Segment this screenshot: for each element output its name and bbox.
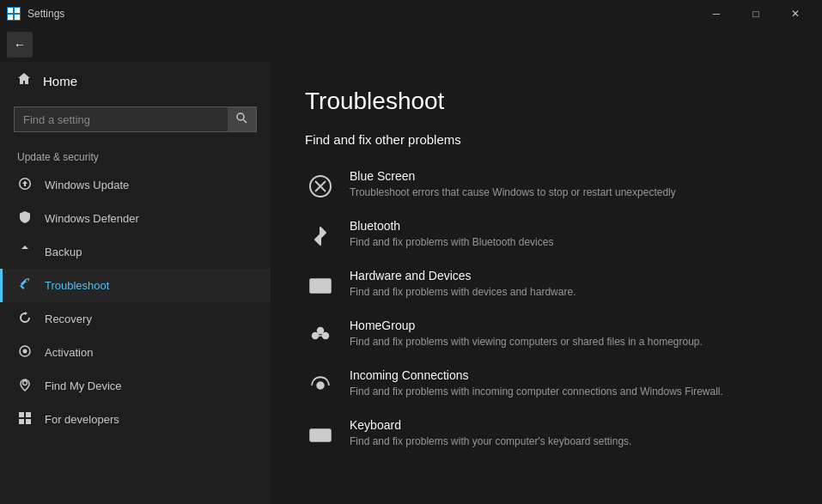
svg-point-4 xyxy=(237,113,244,120)
hardware-title: Hardware and Devices xyxy=(350,269,575,282)
troubleshoot-item-bluetooth[interactable]: Bluetooth Find and fix problems with Blu… xyxy=(305,210,788,260)
recovery-label: Recovery xyxy=(45,313,92,325)
sidebar-item-recovery[interactable]: Recovery xyxy=(0,302,271,336)
find-my-device-label: Find My Device xyxy=(45,380,122,392)
svg-rect-35 xyxy=(313,435,315,437)
troubleshoot-icon xyxy=(17,277,33,294)
sidebar-item-troubleshoot[interactable]: Troubleshoot xyxy=(0,269,271,302)
back-button[interactable]: ← xyxy=(7,32,33,58)
svg-rect-38 xyxy=(320,435,322,437)
find-my-device-icon xyxy=(17,378,33,394)
close-button[interactable]: ✕ xyxy=(776,0,815,27)
svg-point-24 xyxy=(318,328,324,334)
svg-rect-0 xyxy=(8,8,13,13)
backup-icon xyxy=(17,244,33,260)
sidebar-item-find-my-device[interactable]: Find My Device xyxy=(0,369,271,403)
app-icon xyxy=(7,7,21,21)
svg-rect-9 xyxy=(19,412,24,417)
sidebar: Home Update & security Windows Update Wi… xyxy=(0,62,271,504)
troubleshoot-item-keyboard[interactable]: Keyboard Find and fix problems with your… xyxy=(305,410,788,459)
svg-rect-1 xyxy=(15,8,20,13)
windows-update-icon xyxy=(17,177,33,193)
blue-screen-description: Troubleshoot errors that cause Windows t… xyxy=(350,185,676,200)
svg-point-22 xyxy=(313,333,319,339)
svg-point-28 xyxy=(317,382,324,389)
home-icon xyxy=(17,72,31,89)
title-bar: Settings ─ □ ✕ xyxy=(0,0,822,27)
svg-point-23 xyxy=(323,333,329,339)
svg-rect-2 xyxy=(8,15,13,20)
bluetooth-icon xyxy=(305,221,336,252)
recovery-icon xyxy=(17,311,33,327)
keyboard-icon xyxy=(305,420,336,451)
svg-rect-10 xyxy=(26,412,31,417)
svg-line-27 xyxy=(320,333,323,334)
search-input[interactable] xyxy=(15,108,228,131)
sidebar-item-windows-update[interactable]: Windows Update xyxy=(0,168,271,202)
svg-rect-18 xyxy=(320,282,323,283)
windows-update-label: Windows Update xyxy=(45,179,129,191)
incoming-text: Incoming Connections Find and fix proble… xyxy=(350,368,723,399)
hardware-description: Find and fix problems with devices and h… xyxy=(350,285,575,300)
homegroup-icon xyxy=(305,320,336,351)
troubleshoot-item-homegroup[interactable]: HomeGroup Find and fix problems with vie… xyxy=(305,310,788,360)
for-developers-label: For developers xyxy=(45,413,119,426)
window-controls: ─ □ ✕ xyxy=(697,0,815,27)
svg-point-8 xyxy=(23,381,27,386)
blue-screen-text: Blue Screen Troubleshoot errors that cau… xyxy=(350,169,676,200)
for-developers-icon xyxy=(17,411,33,428)
svg-rect-19 xyxy=(320,285,323,287)
bluetooth-description: Find and fix problems with Bluetooth dev… xyxy=(350,235,553,250)
troubleshoot-label: Troubleshoot xyxy=(45,279,109,292)
sidebar-item-home[interactable]: Home xyxy=(0,62,271,100)
minimize-button[interactable]: ─ xyxy=(697,0,736,27)
troubleshoot-item-hardware[interactable]: Hardware and Devices Find and fix proble… xyxy=(305,260,788,310)
bluetooth-title: Bluetooth xyxy=(350,219,553,233)
keyboard-description: Find and fix problems with your computer… xyxy=(350,434,631,449)
svg-point-7 xyxy=(23,349,27,354)
maximize-button[interactable]: □ xyxy=(736,0,776,27)
homegroup-title: HomeGroup xyxy=(350,319,703,332)
svg-rect-40 xyxy=(326,435,328,437)
app-body: Home Update & security Windows Update Wi… xyxy=(0,62,822,504)
keyboard-text: Keyboard Find and fix problems with your… xyxy=(350,418,631,449)
hardware-icon xyxy=(305,270,336,301)
blue-screen-title: Blue Screen xyxy=(350,169,676,183)
svg-rect-30 xyxy=(313,432,315,434)
page-title: Troubleshoot xyxy=(305,88,788,115)
svg-rect-17 xyxy=(313,282,319,286)
bluetooth-text: Bluetooth Find and fix problems with Blu… xyxy=(350,219,553,250)
svg-rect-33 xyxy=(323,432,326,434)
nav-bar: ← xyxy=(0,27,822,62)
home-label: Home xyxy=(43,74,77,88)
section-title: Find and fix other problems xyxy=(305,132,788,147)
sidebar-item-windows-defender[interactable]: Windows Defender xyxy=(0,202,271,235)
sidebar-item-activation[interactable]: Activation xyxy=(0,336,271,369)
homegroup-description: Find and fix problems with viewing compu… xyxy=(350,335,703,349)
blue-screen-icon xyxy=(305,171,336,202)
svg-rect-36 xyxy=(316,435,319,437)
homegroup-text: HomeGroup Find and fix problems with vie… xyxy=(350,319,703,349)
activation-label: Activation xyxy=(45,346,93,359)
svg-rect-32 xyxy=(320,432,322,434)
window-title: Settings xyxy=(27,8,64,20)
svg-rect-11 xyxy=(19,419,24,424)
svg-line-26 xyxy=(318,333,320,334)
keyboard-title: Keyboard xyxy=(350,418,631,432)
svg-rect-31 xyxy=(316,432,319,434)
svg-rect-37 xyxy=(316,439,325,440)
svg-rect-39 xyxy=(323,435,326,437)
troubleshoot-item-blue-screen[interactable]: Blue Screen Troubleshoot errors that cau… xyxy=(305,161,788,210)
svg-rect-12 xyxy=(26,419,31,424)
svg-rect-21 xyxy=(325,285,327,287)
search-button[interactable] xyxy=(228,107,256,131)
backup-label: Backup xyxy=(45,246,82,258)
windows-defender-icon xyxy=(17,210,33,227)
sidebar-item-for-developers[interactable]: For developers xyxy=(0,403,271,436)
hardware-text: Hardware and Devices Find and fix proble… xyxy=(350,269,575,300)
sidebar-item-backup[interactable]: Backup xyxy=(0,235,271,269)
troubleshoot-item-incoming[interactable]: Incoming Connections Find and fix proble… xyxy=(305,360,788,410)
svg-line-5 xyxy=(244,120,247,124)
incoming-description: Find and fix problems with incoming comp… xyxy=(350,385,723,399)
incoming-title: Incoming Connections xyxy=(350,368,723,382)
